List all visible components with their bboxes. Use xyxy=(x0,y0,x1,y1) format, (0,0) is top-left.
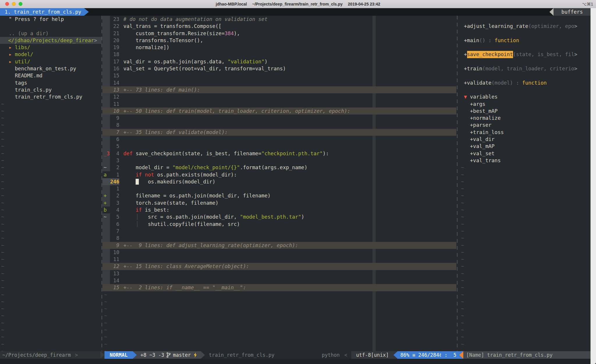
tag-entry[interactable]: +args xyxy=(459,101,591,108)
code-editor-window[interactable]: 23# do not do data augmentation on valid… xyxy=(102,16,456,351)
fold-line[interactable]: 13+-- 73 lines: def main(): xyxy=(102,86,456,93)
code-line[interactable]: 13 xyxy=(102,270,456,277)
code-line[interactable]: 15 xyxy=(102,72,456,79)
code-line[interactable]: 18 xyxy=(102,51,456,58)
tree-row-item[interactable]: tags xyxy=(0,79,102,86)
fold-line[interactable]: 12+-- 15 lines: class AverageMeter(objec… xyxy=(102,263,456,270)
code-line[interactable]: 14 xyxy=(102,277,456,284)
tilde-marker: ~ xyxy=(0,101,102,108)
tag-entry[interactable]: +adjust_learning_rate(optimizer, epo> xyxy=(459,23,591,30)
code-line[interactable]: a1 if not os.path.exists(model_dir): xyxy=(102,171,456,178)
window-separator-right[interactable] xyxy=(457,16,457,351)
code-line[interactable]: 22val_trans = transforms.Compose([ xyxy=(102,23,456,30)
tag-entry[interactable]: +save_checkpoint(state, is_best, fil> xyxy=(459,51,591,58)
code-line[interactable]: 8 xyxy=(102,122,456,129)
tag-entry[interactable]: +val_trans xyxy=(459,157,591,164)
tilde-marker: ~ xyxy=(0,143,102,150)
code-line[interactable]: 11 xyxy=(102,101,456,108)
tree-row-item[interactable]: benchmark_on_test.py xyxy=(0,65,102,72)
tilde-marker: ~ xyxy=(0,129,102,136)
macos-titlebar[interactable]: jdhao-MBP.local~/Projects/deep_firearm/t… xyxy=(0,0,596,8)
code-line[interactable]: _34def save_checkpoint(state, is_best, f… xyxy=(102,150,456,157)
tilde-marker: ~ xyxy=(0,199,102,206)
tree-row-item[interactable]: ▸ model/ xyxy=(0,51,102,58)
scrollbar[interactable] xyxy=(590,8,596,364)
tree-row-item[interactable]: train_retr_from_cls.py xyxy=(0,93,102,100)
code-line[interactable]: 8 xyxy=(102,235,456,242)
code-line[interactable]: 10 xyxy=(102,249,456,256)
code-line[interactable]: 20 transforms.ToTensor(), xyxy=(102,37,456,44)
tag-entry[interactable]: +validate(model) : function xyxy=(459,79,591,86)
tag-entry[interactable]: +parser xyxy=(459,122,591,129)
code-line[interactable]: +2 filename = os.path.join(model_dir, fi… xyxy=(102,192,456,199)
tag-entry[interactable]: +best_mAP xyxy=(459,108,591,115)
code-line[interactable]: ~2 model_dir = "model/check_point/{}".fo… xyxy=(102,164,456,171)
vim-tabline: 1. train_retr_from_cls.py buffers xyxy=(0,8,596,16)
encoding-label: utf-8[unix] xyxy=(351,351,393,359)
tilde-marker: ~ xyxy=(459,242,591,249)
code-line[interactable]: 21 custom_transform.Resize(size=384), xyxy=(102,30,456,37)
tree-row-item[interactable]: README.md xyxy=(0,72,102,79)
buffers-arrow-separator xyxy=(549,8,554,16)
tag-entry[interactable]: +train(model, train_loader, criterio> xyxy=(459,65,591,72)
code-line[interactable]: 17val_dir = os.path.join(args.data, "val… xyxy=(102,58,456,65)
tab-shortcut-label: ⌥⌘1 xyxy=(582,2,593,6)
code-line[interactable]: 6 │ shutil.copyfile(filename, src) xyxy=(102,221,456,228)
buffers-tab-wrap: buffers xyxy=(549,8,591,16)
code-line[interactable]: 5 xyxy=(102,143,456,150)
tree-row-item[interactable]: train_cls.py xyxy=(0,86,102,93)
code-line[interactable]: 11 xyxy=(102,256,456,263)
window-separator-left[interactable] xyxy=(102,16,102,351)
nerdtree-window[interactable]: " Press ? for help.. (up a dir)</jdhao/P… xyxy=(0,16,102,351)
close-button[interactable] xyxy=(5,2,9,6)
minimize-button[interactable] xyxy=(12,2,16,6)
zoom-button[interactable] xyxy=(19,2,22,6)
powerline-arrow-icon xyxy=(459,351,463,359)
code-line[interactable]: 12 xyxy=(102,93,456,100)
tilde-marker: ~ xyxy=(459,263,591,270)
tag-entry[interactable]: +val_mAP xyxy=(459,143,591,150)
tag-entry xyxy=(459,16,591,23)
fold-line[interactable]: 7+-- 35 lines: def validate(model): xyxy=(102,129,456,136)
tab-train-retr-from-cls[interactable]: 1. train_retr_from_cls.py xyxy=(0,8,84,16)
code-line[interactable]: 6 xyxy=(102,136,456,143)
code-line[interactable]: +3 torch.save(state, filename) xyxy=(102,199,456,206)
code-line[interactable]: b4 if is_best: xyxy=(102,206,456,213)
tag-entry[interactable]: +main() : function xyxy=(459,37,591,44)
code-line[interactable]: 1 xyxy=(102,185,456,192)
tilde-marker: ~ xyxy=(102,320,456,326)
fold-line[interactable]: 10+-- 50 lines: def train(model, train_l… xyxy=(102,108,456,115)
tree-row-item[interactable]: ▸ util/ xyxy=(0,58,102,65)
code-line[interactable]: 19 normalize]) xyxy=(102,44,456,51)
code-line[interactable]: 3 xyxy=(102,157,456,164)
tag-entry[interactable]: +train_loss xyxy=(459,129,591,136)
fold-line[interactable]: 9+-- 9 lines: def adjust_learning_rate(o… xyxy=(102,242,456,249)
tag-entry[interactable]: +val_dir xyxy=(459,136,591,143)
fold-line[interactable]: 15+-- 2 lines: if __name__ == "__main__"… xyxy=(102,284,456,291)
tilde-marker: ~ xyxy=(0,192,102,199)
tag-entry[interactable]: +val_set xyxy=(459,150,591,157)
tag-entry[interactable]: ▼ variables xyxy=(459,93,591,100)
code-line[interactable]: 9 xyxy=(102,115,456,122)
tagbar-window[interactable]: +adjust_learning_rate(optimizer, epo>+ma… xyxy=(459,16,591,351)
tree-row-updir[interactable]: .. (up a dir) xyxy=(0,30,102,37)
tilde-marker: ~ xyxy=(0,157,102,164)
tilde-marker: ~ xyxy=(459,164,591,171)
code-line[interactable]: 16val_set = QuerySet(root=val_dir, trans… xyxy=(102,65,456,72)
code-line[interactable]: 23# do not do data augmentation on valid… xyxy=(102,16,456,23)
code-line[interactable]: 14 xyxy=(102,79,456,86)
tree-row-item[interactable]: ▸ libs/ xyxy=(0,44,102,51)
statusline: ~/Projects/deep_firearm> NORMAL +8 ~3 -3… xyxy=(0,351,596,359)
code-line[interactable]: ~5 │ src = os.path.join(model_dir, "mode… xyxy=(102,213,456,220)
tab-buffers-label[interactable]: buffers xyxy=(554,8,591,16)
tag-entry xyxy=(459,58,591,65)
tree-row-root[interactable]: </jdhao/Projects/deep_firear> xyxy=(0,37,102,44)
tilde-marker: ~ xyxy=(459,192,591,199)
code-line[interactable]: 7 xyxy=(102,228,456,235)
tilde-marker: ~ xyxy=(0,185,102,192)
tilde-marker: ~ xyxy=(0,242,102,249)
tag-entry[interactable]: +normalize xyxy=(459,115,591,122)
tilde-marker: ~ xyxy=(102,291,456,298)
code-line[interactable]: 246 os.makedirs(model_dir) xyxy=(102,178,456,185)
tilde-marker: ~ xyxy=(459,235,591,242)
